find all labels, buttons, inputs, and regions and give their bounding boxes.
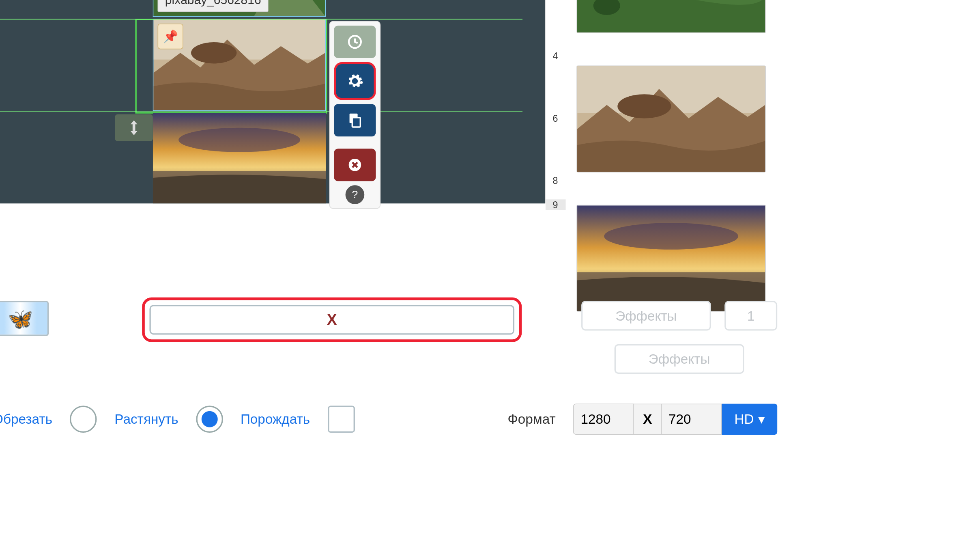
close-circle-icon xyxy=(348,157,363,172)
drag-handle[interactable] xyxy=(115,114,153,141)
ruler-tick-8: 8 xyxy=(545,175,565,186)
stretch-radio[interactable] xyxy=(196,405,223,433)
clip-1-label: pixabay_6562816 xyxy=(157,0,268,12)
svg-point-27 xyxy=(604,223,738,250)
svg-rect-16 xyxy=(352,118,360,127)
tool-help-button[interactable]: ? xyxy=(346,185,365,204)
effects-count[interactable]: 1 xyxy=(724,301,777,330)
clock-icon xyxy=(347,34,363,50)
stretch-label: Растянуть xyxy=(114,412,178,427)
clip-3-thumb xyxy=(153,113,326,203)
x-panel-highlight xyxy=(142,298,522,342)
format-width-input[interactable] xyxy=(573,403,634,435)
preview-thumb-3[interactable] xyxy=(577,205,766,312)
hd-label: HD xyxy=(734,412,754,427)
time-ruler: 0 2 4 6 8 9 xyxy=(544,0,564,203)
clip-2[interactable]: 📌 xyxy=(153,19,326,111)
settings-panel: Основной Глобальные 🦋 Эффекты 1 Эффекты … xyxy=(0,301,777,436)
ruler-tick-6: 6 xyxy=(545,113,565,124)
ruler-tick-4: 4 xyxy=(545,51,565,62)
format-hd-dropdown[interactable]: HD▾ xyxy=(722,403,778,435)
crop-radio[interactable] xyxy=(70,405,97,433)
spawn-label: Порождать xyxy=(241,412,310,427)
format-x-separator: X xyxy=(634,403,661,435)
svg-point-10 xyxy=(191,42,236,64)
crop-label: Обрезать xyxy=(0,412,52,427)
tool-time-button[interactable] xyxy=(334,26,376,58)
clip-tool-panel: ? xyxy=(329,21,381,209)
spawn-checkbox[interactable] xyxy=(328,405,355,433)
preview-column xyxy=(565,0,784,344)
preview-3-image xyxy=(577,205,765,311)
svg-point-12 xyxy=(178,128,300,152)
timeline[interactable]: pixabay_6562816 📌 xyxy=(0,0,544,203)
tool-copy-button[interactable] xyxy=(334,104,376,136)
x-input[interactable] xyxy=(149,305,514,334)
chevron-down-icon: ▾ xyxy=(758,411,765,427)
effects-button-2[interactable]: Эффекты xyxy=(615,344,744,374)
tool-delete-button[interactable] xyxy=(334,149,376,181)
ruler-tick-9: 9 xyxy=(545,199,565,210)
clip-3[interactable] xyxy=(153,113,326,203)
pin-icon[interactable]: 📌 xyxy=(157,24,183,49)
guide-line-bottom xyxy=(0,111,522,112)
preview-thumb-2[interactable] xyxy=(577,65,766,172)
format-height-input[interactable] xyxy=(661,403,722,435)
effects-button-1[interactable]: Эффекты xyxy=(581,301,711,330)
preview-thumb-1[interactable] xyxy=(577,0,766,33)
preview-2-image xyxy=(577,66,765,172)
guide-line-top xyxy=(0,19,522,19)
copy-icon xyxy=(347,112,363,128)
butterfly-preset[interactable]: 🦋 xyxy=(0,301,49,336)
format-label: Формат xyxy=(507,412,555,427)
format-group: X HD▾ xyxy=(573,403,777,435)
drag-vertical-icon xyxy=(128,120,140,135)
svg-point-25 xyxy=(618,94,671,118)
radio-checked-icon xyxy=(201,411,217,427)
clip-1[interactable]: pixabay_6562816 xyxy=(153,0,326,17)
preview-1-image xyxy=(577,0,765,32)
tool-settings-button[interactable] xyxy=(334,62,376,100)
gear-icon xyxy=(346,72,363,90)
